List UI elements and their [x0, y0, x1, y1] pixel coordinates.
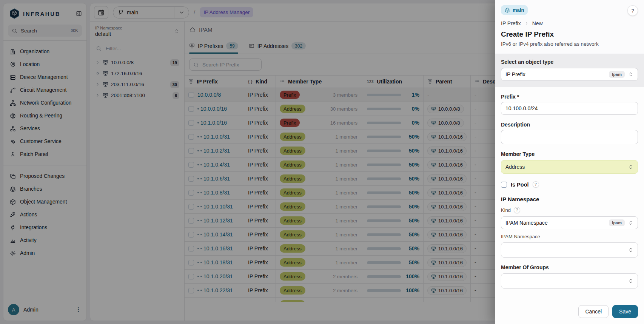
ipam-namespace-field-label: IPAM Namespace [501, 234, 638, 239]
kind-field-label: Kind ? [501, 207, 638, 213]
ip-namespace-section-title: IP Namespace [501, 196, 638, 202]
save-button[interactable]: Save [612, 305, 638, 318]
drawer-footer: Cancel Save [495, 300, 644, 324]
drawer-breadcrumb: IP Prefix New [501, 20, 638, 26]
object-type-section: Select an object type IP Prefix Ipam [495, 54, 644, 87]
is-pool-checkbox[interactable] [501, 182, 507, 188]
is-pool-row: Is Pool ? [501, 181, 638, 188]
create-form: Prefix * Description Member Type Address… [495, 87, 644, 300]
branch-badge: main [501, 5, 528, 15]
create-ip-prefix-drawer: main ? IP Prefix New Create IP Prefix IP… [495, 0, 644, 324]
chevrons-up-down-icon [628, 164, 633, 170]
chevrons-up-down-icon [628, 247, 633, 253]
chevron-right-icon [524, 21, 529, 26]
member-of-groups-field-label: Member Of Groups [501, 264, 638, 270]
chevrons-up-down-icon [628, 72, 633, 77]
object-type-select[interactable]: IP Prefix Ipam [501, 68, 638, 81]
drawer-subtitle: IPv6 or IPv4 prefix also referred as net… [501, 41, 638, 47]
chevrons-up-down-icon [628, 220, 633, 225]
drawer-header: main ? IP Prefix New Create IP Prefix IP… [495, 0, 644, 54]
member-of-groups-select[interactable] [501, 273, 638, 289]
modal-overlay[interactable] [0, 0, 495, 324]
object-type-label: Select an object type [501, 59, 638, 65]
prefix-field-label: Prefix * [501, 94, 638, 100]
drawer-title: Create IP Prefix [501, 30, 638, 39]
kind-select[interactable]: IPAM Namespace Ipam [501, 216, 638, 229]
member-type-select[interactable]: Address [501, 160, 638, 174]
cancel-button[interactable]: Cancel [578, 305, 609, 318]
ipam-badge: Ipam [609, 219, 625, 226]
description-field-label: Description [501, 122, 638, 128]
member-type-field-label: Member Type [501, 151, 638, 157]
ipam-namespace-select[interactable] [501, 242, 638, 258]
is-pool-help-icon[interactable]: ? [533, 181, 539, 188]
chevrons-up-down-icon [628, 278, 633, 284]
layers-icon [505, 8, 510, 13]
is-pool-label: Is Pool [511, 182, 529, 188]
ipam-badge: Ipam [609, 71, 625, 78]
description-input[interactable] [501, 130, 638, 144]
kind-help-icon[interactable]: ? [514, 207, 520, 213]
prefix-input[interactable] [501, 102, 638, 115]
help-button[interactable]: ? [627, 5, 638, 16]
